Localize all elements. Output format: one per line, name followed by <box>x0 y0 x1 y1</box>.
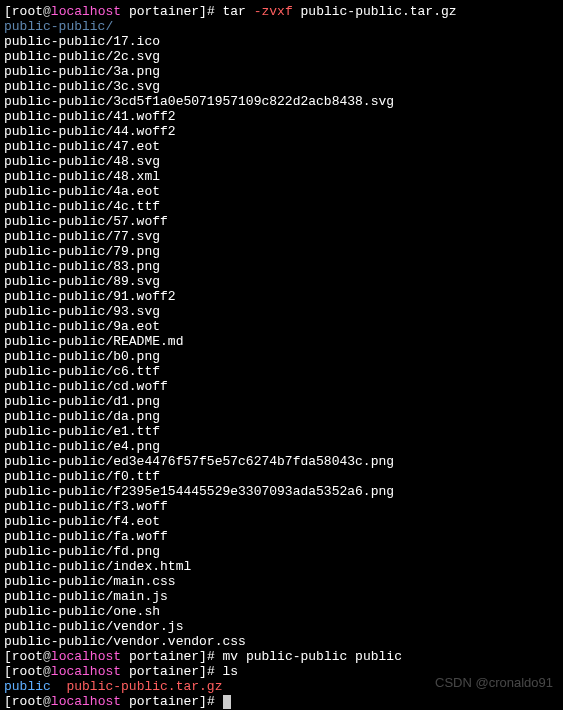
tar-output-line: public-public/f2395e154445529e3307093ada… <box>4 484 559 499</box>
tar-output-line: public-public/ed3e4476f57f5e57c6274b7fda… <box>4 454 559 469</box>
prompt-at: @ <box>43 4 51 19</box>
watermark: CSDN @cronaldo91 <box>435 675 553 690</box>
tar-output-line: public-public/17.ico <box>4 34 559 49</box>
command-line-4[interactable]: [root@localhost portainer]# <box>4 694 559 709</box>
tar-output-line: public-public/48.xml <box>4 169 559 184</box>
cursor <box>223 695 231 709</box>
tar-output-line: public-public/57.woff <box>4 214 559 229</box>
tar-output-line: public-public/fd.png <box>4 544 559 559</box>
tar-output-line: public-public/4a.eot <box>4 184 559 199</box>
ls-dir-entry: public <box>4 679 51 694</box>
tar-output-line: public-public/vendor.js <box>4 619 559 634</box>
cmd-flag: -zvxf <box>254 4 293 19</box>
command-line-1: [root@localhost portainer]# tar -zvxf pu… <box>4 4 559 19</box>
tar-output-line: public-public/c6.ttf <box>4 364 559 379</box>
tar-output-line: public-public/79.png <box>4 244 559 259</box>
tar-output-line: public-public/fa.woff <box>4 529 559 544</box>
tar-output-line: public-public/9a.eot <box>4 319 559 334</box>
tar-output-line: public-public/93.svg <box>4 304 559 319</box>
tar-output-line: public-public/44.woff2 <box>4 124 559 139</box>
tar-output-line: public-public/main.css <box>4 574 559 589</box>
tar-output-line: public-public/cd.woff <box>4 379 559 394</box>
tar-output-line: public-public/index.html <box>4 559 559 574</box>
tar-output-line: public-public/d1.png <box>4 394 559 409</box>
cmd-arg: public-public.tar.gz <box>293 4 457 19</box>
tar-output-line: public-public/da.png <box>4 409 559 424</box>
tar-output-line: public-public/3cd5f1a0e5071957109c822d2a… <box>4 94 559 109</box>
tar-output-line: public-public/3c.svg <box>4 79 559 94</box>
tar-output-line: public-public/f4.eot <box>4 514 559 529</box>
tar-output-line: public-public/47.eot <box>4 139 559 154</box>
prompt-host: localhost <box>51 4 121 19</box>
prompt-open: [ <box>4 4 12 19</box>
prompt-close: ]# <box>199 4 222 19</box>
tar-output-line: public-public/77.svg <box>4 229 559 244</box>
tar-output-line: public-public/83.png <box>4 259 559 274</box>
prompt-dir: portainer <box>129 4 199 19</box>
tar-output-line: public-public/e4.png <box>4 439 559 454</box>
cmd-ls: ls <box>223 664 239 679</box>
cmd-tar: tar <box>223 4 254 19</box>
tar-output-line: public-public/89.svg <box>4 274 559 289</box>
terminal-output[interactable]: [root@localhost portainer]# tar -zvxf pu… <box>4 4 559 709</box>
cmd-mv: mv public-public public <box>223 649 402 664</box>
tar-output-line: public-public/e1.ttf <box>4 424 559 439</box>
tar-output-line: public-public/2c.svg <box>4 49 559 64</box>
tar-output-line: public-public/f0.ttf <box>4 469 559 484</box>
tar-output-line: public-public/91.woff2 <box>4 289 559 304</box>
tar-output-line: public-public/3a.png <box>4 64 559 79</box>
tar-output-line: public-public/f3.woff <box>4 499 559 514</box>
command-line-2: [root@localhost portainer]# mv public-pu… <box>4 649 559 664</box>
tar-output-line: public-public/vendor.vendor.css <box>4 634 559 649</box>
tar-output-line: public-public/48.svg <box>4 154 559 169</box>
prompt-user: root <box>12 4 43 19</box>
tar-output-line: public-public/main.js <box>4 589 559 604</box>
tar-output-line: public-public/41.woff2 <box>4 109 559 124</box>
tar-output-line: public-public/one.sh <box>4 604 559 619</box>
tar-output-line: public-public/b0.png <box>4 349 559 364</box>
tar-output-line: public-public/ <box>4 19 559 34</box>
tar-output-line: public-public/README.md <box>4 334 559 349</box>
ls-archive-entry: public-public.tar.gz <box>66 679 222 694</box>
tar-output-line: public-public/4c.ttf <box>4 199 559 214</box>
